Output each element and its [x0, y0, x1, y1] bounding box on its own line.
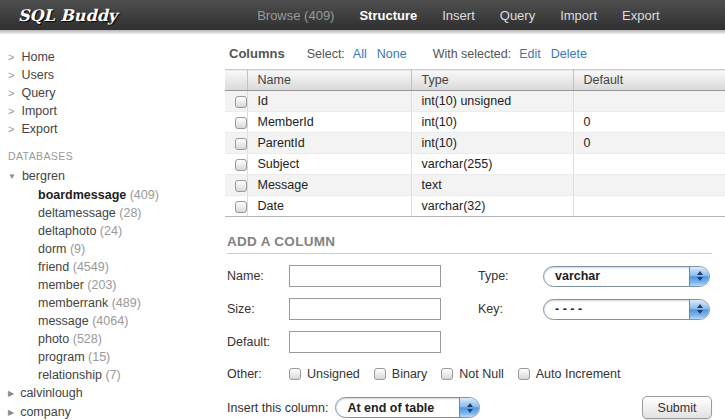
- header-checkbox-cell: [225, 70, 247, 91]
- cell-default: [573, 196, 725, 217]
- top-nav: Browse (409)StructureInsertQueryImportEx…: [257, 8, 659, 23]
- cell-name: Message: [247, 175, 411, 196]
- checkbox-box[interactable]: [518, 368, 530, 380]
- cell-name: MemberId: [247, 112, 411, 133]
- select-stepper-icon: [689, 300, 709, 319]
- checkbox-auto-increment[interactable]: Auto Increment: [518, 367, 621, 381]
- select-stepper-icon: [689, 267, 709, 286]
- table-link-member[interactable]: member (203): [0, 276, 225, 294]
- table-link-message[interactable]: message (4064): [0, 312, 225, 330]
- insert-position-select[interactable]: At end of table: [335, 397, 480, 418]
- name-input[interactable]: [289, 265, 441, 287]
- type-label: Type:: [478, 269, 543, 283]
- add-column-heading: ADD A COLUMN: [227, 234, 712, 254]
- select-all-link[interactable]: All: [353, 47, 367, 61]
- cell-default: 0: [573, 112, 725, 133]
- top-tab-browse[interactable]: Browse (409): [257, 8, 334, 23]
- sidebar-item-query[interactable]: >Query: [8, 84, 225, 102]
- top-tab-query[interactable]: Query: [500, 8, 535, 23]
- cell-name: ParentId: [247, 133, 411, 154]
- checkbox-not-null[interactable]: Not Null: [441, 367, 503, 381]
- table-link-memberrank[interactable]: memberrank (489): [0, 294, 225, 312]
- cell-type: text: [411, 175, 573, 196]
- table-link-program[interactable]: program (15): [0, 348, 225, 366]
- sidebar-item-export[interactable]: >Export: [8, 120, 225, 138]
- edit-link[interactable]: Edit: [519, 47, 541, 61]
- default-input[interactable]: [289, 331, 441, 353]
- select-none-link[interactable]: None: [377, 47, 407, 61]
- cell-type: int(10): [411, 133, 573, 154]
- topbar: SQL Buddy Browse (409)StructureInsertQue…: [0, 0, 725, 30]
- cell-name: Date: [247, 196, 411, 217]
- sidebar-item-home[interactable]: >Home: [8, 48, 225, 66]
- row-checkbox[interactable]: [235, 159, 247, 171]
- columns-title: Columns: [229, 46, 285, 61]
- cell-default: [573, 154, 725, 175]
- main-content: ColumnsSelect:AllNoneWith selected:EditD…: [225, 34, 725, 420]
- top-tab-import[interactable]: Import: [560, 8, 597, 23]
- delete-link[interactable]: Delete: [551, 47, 587, 61]
- chevron-right-icon: >: [8, 69, 14, 81]
- column-row-message: Messagetext: [225, 175, 725, 196]
- column-header-type: Type: [411, 70, 573, 91]
- database-bergren[interactable]: ▼bergren: [0, 167, 225, 186]
- column-header-name: Name: [247, 70, 411, 91]
- table-link-photo[interactable]: photo (528): [0, 330, 225, 348]
- column-row-id: Idint(10) unsigned: [225, 91, 725, 112]
- table-link-deltaphoto[interactable]: deltaphoto (24): [0, 222, 225, 240]
- checkbox-box[interactable]: [289, 368, 301, 380]
- database-calvinlough[interactable]: ▶calvinlough: [0, 384, 225, 403]
- cell-type: varchar(255): [411, 154, 573, 175]
- checkbox-box[interactable]: [374, 368, 386, 380]
- triangle-right-icon: ▶: [8, 408, 14, 417]
- checkbox-box[interactable]: [441, 368, 453, 380]
- table-link-deltamessage[interactable]: deltamessage (28): [0, 204, 225, 222]
- cell-type: varchar(32): [411, 196, 573, 217]
- submit-button[interactable]: Submit: [642, 396, 712, 419]
- table-header-row: NameTypeDefault: [225, 70, 725, 91]
- chevron-right-icon: >: [8, 51, 14, 63]
- row-checkbox[interactable]: [235, 117, 247, 129]
- row-checkbox[interactable]: [235, 180, 247, 192]
- table-link-friend[interactable]: friend (4549): [0, 258, 225, 276]
- row-checkbox[interactable]: [235, 138, 247, 150]
- type-select[interactable]: varchar: [543, 266, 710, 287]
- database-company[interactable]: ▶company: [0, 403, 225, 420]
- database-tree: ▼bergrenboardmessage (409)deltamessage (…: [0, 167, 225, 420]
- row-checkbox[interactable]: [235, 96, 247, 108]
- chevron-right-icon: >: [8, 123, 14, 135]
- key-label: Key:: [478, 302, 543, 316]
- sidebar-item-users[interactable]: >Users: [8, 66, 225, 84]
- row-checkbox[interactable]: [235, 201, 247, 213]
- size-input[interactable]: [289, 298, 441, 320]
- column-row-date: Datevarchar(32): [225, 196, 725, 217]
- table-link-dorm[interactable]: dorm (9): [0, 240, 225, 258]
- table-link-boardmessage[interactable]: boardmessage (409): [0, 186, 225, 204]
- other-label: Other:: [227, 367, 289, 381]
- column-row-subject: Subjectvarchar(255): [225, 154, 725, 175]
- name-label: Name:: [227, 269, 289, 283]
- select-label: Select:: [307, 47, 345, 61]
- top-tab-structure[interactable]: Structure: [359, 8, 417, 23]
- triangle-down-icon: ▼: [8, 172, 16, 181]
- cell-default: [573, 91, 725, 112]
- cell-name: Id: [247, 91, 411, 112]
- sidebar: >Home>Users>Query>Import>Export DATABASE…: [0, 34, 225, 420]
- column-header-default: Default: [573, 70, 725, 91]
- key-select[interactable]: - - - -: [543, 299, 710, 320]
- app-logo[interactable]: SQL Buddy: [18, 6, 117, 25]
- sidebar-nav: >Home>Users>Query>Import>Export: [0, 48, 225, 138]
- table-link-relationship[interactable]: relationship (7): [0, 366, 225, 384]
- chevron-right-icon: >: [8, 87, 14, 99]
- other-checkbox-group: UnsignedBinaryNot NullAuto Increment: [289, 367, 635, 381]
- cell-name: Subject: [247, 154, 411, 175]
- sidebar-item-import[interactable]: >Import: [8, 102, 225, 120]
- checkbox-unsigned[interactable]: Unsigned: [289, 367, 360, 381]
- checkbox-binary[interactable]: Binary: [374, 367, 427, 381]
- top-tab-export[interactable]: Export: [622, 8, 660, 23]
- columns-table: NameTypeDefault Idint(10) unsignedMember…: [225, 69, 725, 217]
- add-column-form: ADD A COLUMN Name: Type: varchar Size: K…: [225, 234, 725, 419]
- top-tab-insert[interactable]: Insert: [442, 8, 475, 23]
- chevron-right-icon: >: [8, 105, 14, 117]
- cell-default: 0: [573, 133, 725, 154]
